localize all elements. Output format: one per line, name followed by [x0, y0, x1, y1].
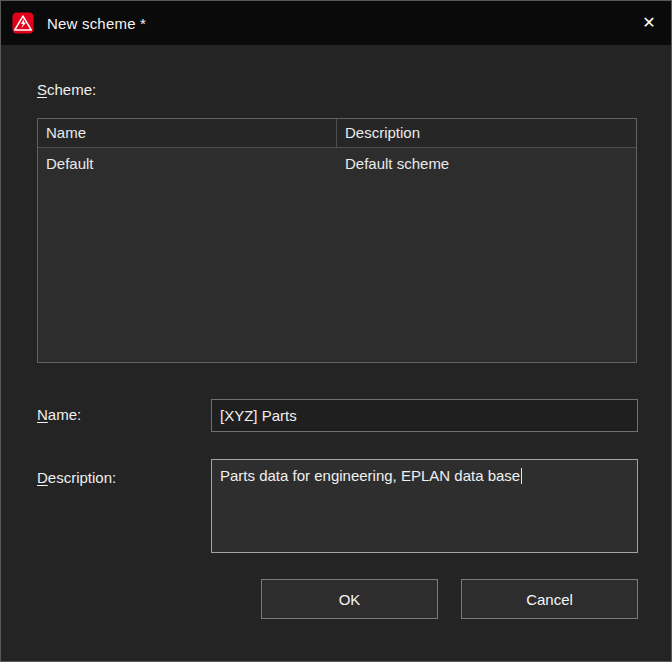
scheme-table-header: Name Description	[38, 119, 636, 148]
ok-button[interactable]: OK	[261, 579, 438, 619]
scheme-label: Scheme:	[37, 81, 96, 98]
scheme-table: Name Description Default Default scheme	[37, 118, 637, 363]
eplan-logo-icon	[12, 12, 34, 34]
column-header-name[interactable]: Name	[38, 119, 337, 147]
window-title: New scheme *	[47, 15, 146, 32]
row-cell-description: Default scheme	[337, 148, 636, 179]
cancel-button[interactable]: Cancel	[461, 579, 638, 619]
description-label: Description:	[37, 469, 116, 486]
close-icon: ✕	[642, 15, 655, 31]
name-label: Name:	[37, 406, 81, 423]
column-header-description[interactable]: Description	[337, 119, 636, 147]
close-button[interactable]: ✕	[627, 1, 671, 45]
description-input[interactable]: Parts data for engineering, EPLAN data b…	[211, 459, 638, 553]
text-caret	[521, 468, 522, 484]
new-scheme-dialog: New scheme * ✕ Scheme: Name Description …	[0, 0, 672, 662]
titlebar: New scheme * ✕	[1, 1, 671, 45]
description-text: Parts data for engineering, EPLAN data b…	[220, 467, 520, 484]
table-row[interactable]: Default Default scheme	[38, 148, 636, 179]
name-input[interactable]	[211, 399, 638, 432]
row-cell-name: Default	[38, 148, 337, 179]
